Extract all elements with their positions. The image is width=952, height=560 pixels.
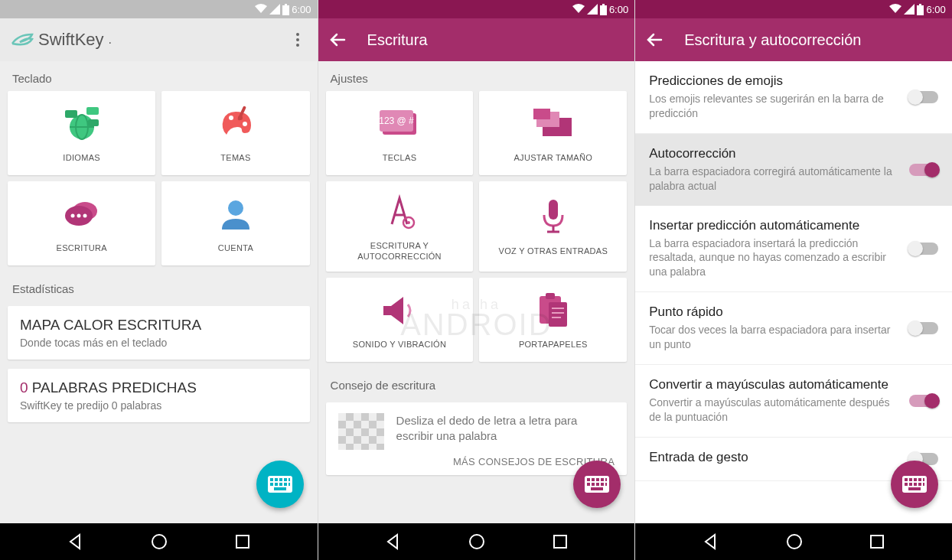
- wifi-icon: [255, 4, 267, 15]
- svg-point-10: [243, 122, 247, 126]
- svg-rect-6: [86, 107, 99, 115]
- toggle-switch[interactable]: [909, 322, 938, 334]
- keyboard-fab[interactable]: [256, 461, 304, 508]
- setting-row[interactable]: Punto rápidoTocar dos veces la barra esp…: [635, 292, 952, 365]
- home-nav-icon[interactable]: [786, 533, 803, 550]
- svg-rect-7: [88, 119, 99, 126]
- card-label: ESCRITURA: [57, 243, 107, 254]
- home-nav-icon[interactable]: [151, 533, 168, 550]
- card-label: AJUSTAR TAMAÑO: [513, 153, 592, 164]
- microphone-icon: [532, 196, 575, 239]
- setting-title: Convertir a mayúsculas automáticamente: [649, 377, 898, 392]
- predicted-sub: SwiftKey te predijo 0 palabras: [20, 399, 298, 412]
- setting-row[interactable]: Predicciones de emojisLos emojis relevan…: [635, 61, 952, 134]
- cell-icon: [269, 4, 280, 15]
- card-label: SONIDO Y VIBRACIÓN: [353, 340, 446, 350]
- toggle-switch[interactable]: [909, 91, 938, 103]
- svg-rect-32: [600, 5, 607, 15]
- svg-rect-62: [591, 487, 603, 490]
- svg-point-63: [470, 535, 484, 549]
- svg-point-17: [228, 200, 243, 216]
- svg-rect-27: [284, 483, 287, 486]
- setting-desc: Tocar dos veces la barra espaciadora par…: [649, 323, 898, 352]
- setting-title: Punto rápido: [649, 304, 898, 320]
- svg-point-30: [152, 535, 166, 549]
- svg-rect-31: [236, 536, 249, 548]
- swiftkey-logo: SwiftKey.: [11, 28, 267, 51]
- wifi-icon: [889, 4, 901, 15]
- svg-point-8: [229, 116, 233, 120]
- svg-rect-54: [596, 478, 599, 481]
- setting-desc: La barra espaciadora insertará la predic…: [649, 236, 898, 280]
- svg-rect-69: [909, 478, 912, 481]
- setting-row[interactable]: Insertar predicción automáticamenteLa ba…: [635, 206, 952, 293]
- svg-rect-29: [274, 487, 286, 490]
- section-tip-header: Consejo de escritura: [318, 368, 635, 398]
- nav-bar: [635, 523, 952, 560]
- svg-rect-75: [914, 483, 917, 486]
- card-tamano[interactable]: AJUSTAR TAMAÑO: [479, 91, 627, 175]
- status-time: 6:00: [292, 4, 311, 15]
- back-nav-icon[interactable]: [385, 533, 402, 550]
- svg-rect-47: [549, 302, 567, 327]
- toggle-switch[interactable]: [909, 243, 938, 255]
- card-cuenta[interactable]: CUENTA: [161, 181, 309, 265]
- overflow-menu-button[interactable]: [289, 33, 307, 47]
- svg-rect-24: [270, 483, 273, 486]
- back-nav-icon[interactable]: [703, 533, 719, 550]
- card-label: TEMAS: [220, 153, 250, 164]
- setting-desc: Los emojis relevantes se sugerirán en la…: [649, 92, 898, 121]
- svg-rect-74: [909, 483, 912, 486]
- tip-card[interactable]: Desliza el dedo de letra a letra para es…: [326, 402, 628, 475]
- section-settings-header: Ajustes: [318, 61, 635, 91]
- svg-rect-39: [533, 109, 550, 119]
- svg-rect-26: [279, 483, 282, 486]
- svg-point-16: [83, 214, 86, 218]
- recent-nav-icon[interactable]: [869, 534, 885, 549]
- card-temas[interactable]: TEMAS: [161, 91, 309, 175]
- home-nav-icon[interactable]: [468, 533, 485, 550]
- resize-icon: [532, 103, 575, 145]
- svg-rect-25: [275, 483, 278, 486]
- predicted-card[interactable]: 0 PALABRAS PREDICHAS SwiftKey te predijo…: [8, 369, 310, 422]
- speaker-icon: [378, 289, 421, 332]
- svg-rect-52: [587, 478, 590, 481]
- svg-rect-73: [905, 483, 908, 486]
- keyboard-fab[interactable]: [573, 461, 621, 508]
- recent-nav-icon[interactable]: [553, 534, 568, 549]
- setting-row[interactable]: Convertir a mayúsculas automáticamenteCo…: [635, 365, 952, 438]
- app-name: SwiftKey: [38, 30, 104, 50]
- toggle-switch[interactable]: [909, 395, 938, 407]
- svg-point-79: [787, 535, 801, 549]
- back-arrow-icon[interactable]: [646, 31, 663, 48]
- svg-rect-72: [923, 478, 924, 481]
- card-label: TECLAS: [383, 153, 417, 164]
- status-bar: 6:00: [0, 0, 318, 18]
- setting-row[interactable]: AutocorrecciónLa barra espaciadora corre…: [635, 134, 952, 206]
- card-voz[interactable]: VOZ Y OTRAS ENTRADAS: [479, 181, 627, 272]
- toggle-switch[interactable]: [909, 164, 938, 176]
- card-sonido[interactable]: SONIDO Y VIBRACIÓN: [326, 278, 474, 362]
- setting-title: Autocorrección: [649, 146, 898, 161]
- keyboard-fab[interactable]: [891, 461, 938, 508]
- svg-rect-19: [270, 478, 273, 481]
- card-portapapeles[interactable]: PORTAPAPELES: [479, 278, 627, 362]
- card-label: ESCRITURA Y AUTOCORRECCIÓN: [357, 241, 442, 262]
- back-arrow-icon[interactable]: [329, 31, 346, 48]
- svg-rect-64: [554, 536, 566, 548]
- heatmap-card[interactable]: MAPA CALOR ESCRITURA Donde tocas más en …: [8, 306, 310, 360]
- svg-rect-57: [587, 483, 590, 486]
- svg-rect-76: [918, 483, 921, 486]
- svg-rect-60: [601, 483, 604, 486]
- status-bar: 6:00: [635, 0, 952, 18]
- back-nav-icon[interactable]: [67, 533, 84, 550]
- card-teclas[interactable]: 123 @ # TECLAS: [326, 91, 474, 175]
- card-escritura[interactable]: ESCRITURA: [8, 181, 155, 265]
- card-idiomas[interactable]: IDIOMAS: [8, 91, 155, 175]
- recent-nav-icon[interactable]: [235, 534, 250, 549]
- card-autocorrection[interactable]: ESCRITURA Y AUTOCORRECCIÓN: [326, 181, 474, 272]
- heatmap-title: MAPA CALOR ESCRITURA: [20, 317, 298, 334]
- svg-rect-55: [601, 478, 604, 481]
- app-bar: SwiftKey.: [0, 18, 318, 61]
- setting-desc: Convertir a mayúsculas automáticamente d…: [649, 396, 898, 425]
